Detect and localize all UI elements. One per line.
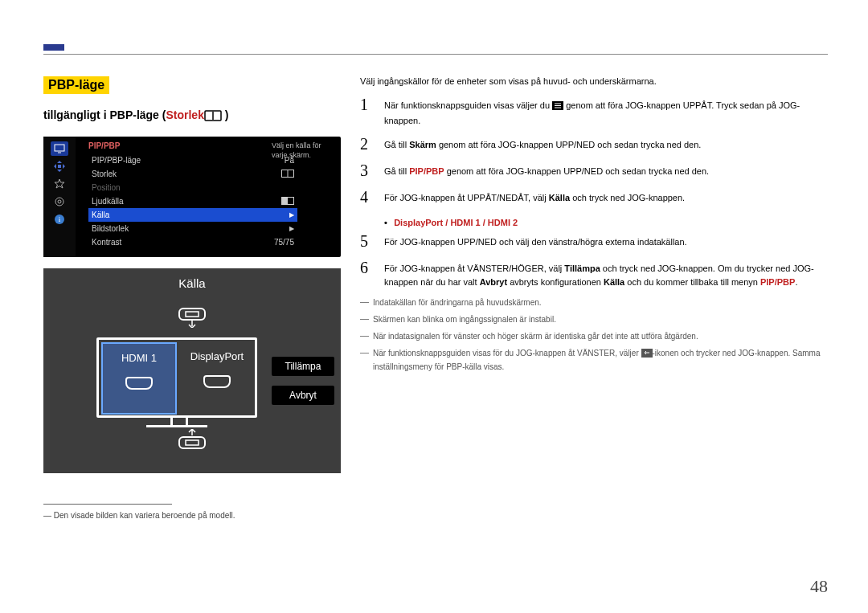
step-1: När funktionsknappsguiden visas väljer d…	[384, 96, 830, 127]
osd-side-display-icon	[51, 141, 68, 156]
audio-icon	[281, 197, 294, 206]
apply-button[interactable]: Tillämpa	[272, 357, 334, 376]
osd-row-kalla: Källa▶	[88, 208, 297, 222]
steps-list: 1När funktionsknappsguiden visas väljer …	[360, 96, 830, 288]
note-1: Indatakällan för ändringarna på huvudskä…	[360, 296, 830, 309]
menu-icon	[552, 100, 563, 114]
osd-side-info-icon: i	[51, 212, 68, 227]
connector-bottom-icon	[174, 429, 210, 456]
note-3: När indatasignalen för vänster och höger…	[360, 330, 830, 342]
accent-bar	[43, 44, 64, 51]
osd-side-gear-icon	[51, 194, 68, 209]
sub-highlight: Storlek	[166, 108, 203, 121]
step-6: För JOG-knappen åt VÄNSTER/HÖGER, välj T…	[384, 259, 830, 288]
osd-hint: Välj en källa för varje skärm.	[272, 141, 333, 160]
osd-side-star-icon	[51, 177, 68, 191]
osd-title: PIP/PBP	[88, 141, 297, 150]
osd-sidebar: i	[43, 137, 76, 257]
note-2: Skärmen kan blinka om ingångssignalen är…	[360, 313, 830, 325]
kalla-left-label: HDMI 1	[121, 352, 157, 364]
osd-row-bildstorlek: Bildstorlek▶	[88, 222, 297, 235]
footnote: ― Den visade bilden kan variera beroende…	[43, 511, 341, 520]
pbp-icon	[281, 170, 294, 179]
kalla-panel: Källa HDMI 1 DisplayPort Tillämpa Avbryt	[43, 268, 341, 473]
step-5: För JOG-knappen UPP/NED och välj den vän…	[384, 232, 830, 249]
step-number: 4	[360, 188, 375, 206]
step-number: 2	[360, 135, 375, 153]
return-icon	[641, 349, 653, 361]
step-4: För JOG-knappen åt UPPÅT/NEDÅT, välj Käl…	[384, 188, 830, 205]
monitor-stand-icon	[146, 418, 207, 427]
chevron-right-icon: ▶	[289, 211, 294, 219]
section-subheading: tillgängligt i PBP-läge (Storlek )	[43, 108, 341, 124]
svg-rect-14	[186, 312, 199, 317]
osd-row-kontrast: Kontrast75/75	[88, 235, 297, 249]
step-number: 1	[360, 96, 375, 114]
svg-rect-12	[282, 198, 288, 204]
hdmi-port-icon	[125, 377, 153, 390]
osd-menu: i PIP/PBP PIP/PBP-lägePå Storlek Positio…	[43, 137, 341, 257]
step-number: 5	[360, 232, 375, 251]
ports-bullet: • DisplayPort / HDMI 1 / HDMI 2	[384, 218, 830, 227]
step-3: Gå till PIP/PBP genom att föra JOG-knapp…	[384, 161, 830, 178]
monitor-outline: HDMI 1 DisplayPort	[96, 337, 257, 418]
osd-row-pipmode: PIP/PBP-lägePå	[88, 153, 297, 167]
footnote-rule	[43, 504, 172, 505]
step-2: Gå till Skärm genom att föra JOG-knappen…	[384, 135, 830, 152]
connector-top-icon	[174, 304, 210, 330]
pbp-size-icon	[204, 110, 222, 124]
section-badge: PBP-läge	[43, 76, 109, 94]
osd-row-position: Position	[88, 181, 297, 194]
osd-row-storlek: Storlek	[88, 167, 297, 181]
kalla-right-half: DisplayPort	[179, 342, 255, 415]
svg-rect-13	[179, 309, 205, 320]
kalla-right-label: DisplayPort	[190, 350, 244, 362]
note-4: När funktionsknappsguiden visas för du J…	[360, 347, 830, 373]
step-number: 6	[360, 259, 375, 277]
svg-point-5	[55, 198, 63, 206]
svg-rect-4	[58, 165, 61, 168]
svg-rect-2	[55, 145, 64, 151]
svg-rect-15	[179, 437, 205, 448]
svg-rect-16	[186, 440, 199, 445]
sub-prefix: tillgängligt i PBP-läge (	[43, 108, 166, 121]
notes-list: Indatakällan för ändringarna på huvudskä…	[360, 296, 830, 373]
svg-point-6	[58, 200, 61, 203]
page-number: 48	[810, 576, 828, 597]
dp-port-icon	[203, 375, 231, 388]
kalla-title: Källa	[43, 268, 341, 290]
cancel-button[interactable]: Avbryt	[272, 386, 334, 405]
osd-row-ljudkalla: Ljudkälla	[88, 194, 297, 208]
intro-text: Välj ingångskällor för de enheter som vi…	[360, 76, 830, 86]
sub-suffix: )	[222, 108, 229, 121]
osd-side-nav-icon	[51, 159, 68, 174]
top-rule	[43, 54, 828, 55]
kalla-left-half: HDMI 1	[101, 342, 177, 415]
chevron-right-icon: ▶	[289, 225, 294, 232]
step-number: 3	[360, 161, 375, 180]
